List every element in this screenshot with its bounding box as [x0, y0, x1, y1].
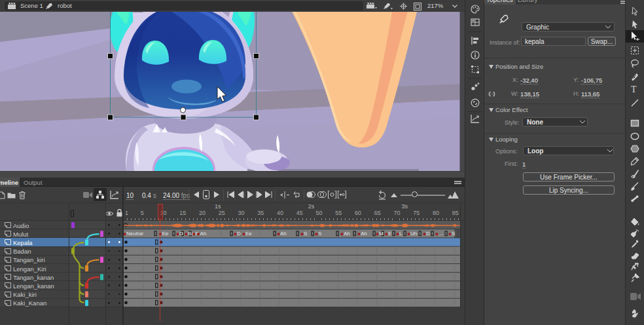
svg-text:Ee: Ee — [162, 231, 169, 237]
svg-text:Ee: Ee — [245, 231, 252, 237]
svg-text:S: S — [452, 231, 455, 237]
svg-text:Ah: Ah — [280, 231, 287, 237]
svg-text:Ah: Ah — [344, 231, 350, 237]
svg-text:M: M — [379, 231, 384, 237]
svg-text:D: D — [179, 231, 183, 237]
svg-text:Ah: Ah — [200, 231, 207, 237]
svg-text:Ah: Ah — [361, 231, 367, 237]
svg-text:L: L — [399, 231, 402, 237]
svg-text:Uh: Uh — [410, 231, 417, 237]
svg-text:D: D — [426, 231, 430, 237]
svg-text:...: ... — [438, 231, 443, 237]
svg-text:Neutral: Neutral — [126, 231, 143, 237]
svg-text:S: S — [304, 231, 307, 237]
svg-text:E: E — [388, 231, 391, 237]
svg-text:S: S — [318, 231, 321, 237]
svg-text:D: D — [237, 231, 241, 237]
